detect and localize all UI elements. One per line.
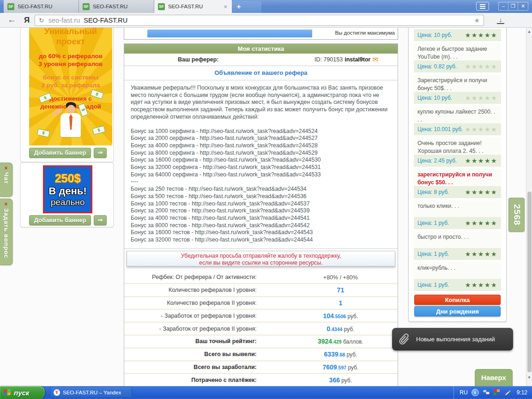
hide-icons-chevron-icon[interactable]: ‹ bbox=[472, 389, 479, 396]
language-indicator[interactable]: RU bbox=[459, 389, 467, 396]
task-title: только клики. . . bbox=[414, 200, 501, 217]
task-price: Цена: 10.001 руб. bbox=[417, 126, 463, 133]
scroll-down-icon[interactable]: ▼ bbox=[527, 375, 531, 380]
referrer-name-link[interactable]: instal9tor bbox=[345, 56, 370, 63]
chat-tab-label: Чат bbox=[3, 172, 10, 184]
banner-250-dollars[interactable]: 250$ В день! реально bbox=[43, 165, 92, 213]
banner-next-icon[interactable]: ⇒ bbox=[94, 148, 107, 158]
banner-line: реально bbox=[51, 197, 85, 207]
close-button[interactable]: ✕ bbox=[518, 2, 528, 10]
bonus-link: Бонус за 32000 серфинга - http://seo-fas… bbox=[131, 164, 391, 171]
announcement-box: Уважаемые рефералы!!! Поскольку в моих к… bbox=[124, 80, 398, 249]
page-scrollbar[interactable]: ▲ ▼ bbox=[526, 28, 532, 386]
rating-stars-icon: ★★★★★ bbox=[465, 188, 497, 196]
announcement-title: Объявление от вашего рефера bbox=[124, 66, 398, 80]
bonus-link: Бонус за 8000 серфинга - http://seo-fast… bbox=[131, 150, 391, 157]
notification-toast[interactable]: Новые выполнения заданий bbox=[392, 328, 513, 351]
birthdays-button[interactable]: Дни рождения bbox=[414, 306, 501, 316]
task-title: Очень простое задание! Хорошая оплата 2.… bbox=[414, 138, 501, 155]
task-item[interactable]: Цена: 10 руб. ★★★★★ bbox=[414, 29, 501, 41]
minimize-button[interactable]: – bbox=[499, 2, 508, 10]
bonus-link: Бонус за 8000 тестов - http://seo-fast.r… bbox=[131, 222, 391, 230]
rating-stars-icon: ★★★★★ bbox=[465, 250, 497, 258]
close-icon[interactable]: × bbox=[4, 202, 7, 206]
task-title: Зарегистрируйся и получи бонус 50$. . . bbox=[414, 75, 501, 92]
browser-menu-icon[interactable] bbox=[476, 2, 489, 11]
bonus-list-divider: ---- bbox=[131, 178, 391, 186]
refresh-icon[interactable]: ↻ bbox=[39, 17, 44, 24]
stat-row: Рефбек: От реферера / От активности: +80… bbox=[124, 271, 398, 284]
task-item-highlighted[interactable]: зарегистрируйся и получи бонус $50. . . … bbox=[414, 169, 501, 198]
add-banner-button[interactable]: Добавить баннер bbox=[29, 215, 91, 225]
task-price: Цена: 1 руб. bbox=[417, 220, 449, 226]
task-item[interactable]: Легкое и быстрое задание YouTube (m). . … bbox=[414, 43, 501, 73]
bonus-link: Бонус за 2000 тестов - http://seo-fast.r… bbox=[131, 207, 391, 215]
online-counter-value: 2568 bbox=[512, 204, 522, 225]
stat-row: Количество рефералов II уровня: 1 bbox=[124, 297, 398, 310]
task-title: Легкое и быстрое задание YouTube (m). . … bbox=[414, 43, 501, 60]
bonus-link: Бонус за 16000 тестов - http://seo-fast.… bbox=[131, 229, 391, 236]
task-item[interactable]: Зарегистрируйся и получи бонус 50$. . . … bbox=[414, 75, 501, 104]
banner-unique-project[interactable]: Уникальный проект до 60% с рефералов 3 у… bbox=[29, 28, 112, 145]
task-item[interactable]: куплю купоны лайкест 2500. . . . Цена: 1… bbox=[414, 106, 501, 135]
task-title: куплю купоны лайкест 2500. . . . bbox=[414, 106, 501, 123]
close-icon[interactable]: × bbox=[4, 166, 7, 170]
network-icon[interactable] bbox=[483, 389, 490, 396]
chat-side-tab[interactable]: × Чат bbox=[0, 163, 12, 197]
scrollbar-thumb[interactable] bbox=[527, 192, 532, 372]
task-item[interactable]: быстро и просто. . . Цена: 1 руб. ★★★★★ bbox=[414, 231, 501, 260]
stat-value-unit: руб. bbox=[345, 351, 357, 358]
restore-button[interactable]: ❐ bbox=[508, 2, 518, 10]
task-item[interactable]: клик=рубль. . . Цена: 1 руб. ★★★★★ bbox=[414, 262, 501, 291]
add-banner-button[interactable]: Добавить баннер bbox=[29, 148, 91, 158]
progress-caption: Вы достигли максимума bbox=[335, 30, 395, 36]
stat-value: 71 bbox=[337, 286, 345, 294]
taskbar-window-button[interactable]: Y SEO-FAST.RU – Yandex bbox=[50, 387, 132, 398]
address-bar[interactable]: ↻ seo-fast.ru SEO-FAST.RU ★ bbox=[35, 15, 484, 26]
tab-seo-fast-1[interactable]: SF SEO-FAST.RU bbox=[4, 0, 79, 13]
bookmark-star-icon[interactable]: ★ bbox=[474, 17, 480, 24]
pen-icon[interactable] bbox=[504, 389, 511, 396]
downloads-icon[interactable]: ↓ bbox=[497, 17, 504, 24]
stat-row: Потрачено с платёжек: 366 руб. bbox=[124, 374, 398, 386]
bonus-link: Бонус за 1000 серфинга - http://seo-fast… bbox=[131, 128, 391, 135]
kopilka-button[interactable]: Копилка bbox=[414, 295, 501, 305]
webpage: Уникальный проект до 60% с рефералов 3 у… bbox=[0, 28, 532, 386]
stat-row: Ваш точный рейтинг: 3924.429 баллов. bbox=[124, 335, 398, 348]
task-item[interactable]: только клики. . . Цена: 1 руб. ★★★★★ bbox=[414, 200, 501, 229]
statistics-table: Рефбек: От реферера / От активности: +80… bbox=[124, 271, 398, 386]
banner-line: В день! bbox=[48, 185, 86, 197]
section-header: Моя статистика bbox=[124, 44, 398, 54]
bonus-link: Бонус за 250 тестов - http://seo-fast.ru… bbox=[131, 186, 391, 193]
online-counter-badge[interactable]: 2568 bbox=[508, 198, 525, 232]
bonus-link: Бонус за 2000 серфинга - http://seo-fast… bbox=[131, 135, 391, 142]
rating-stars-icon: ★★★★★ bbox=[465, 94, 497, 102]
stat-label: - Заработок от рефералов II уровня: bbox=[124, 326, 257, 332]
tab-seo-fast-2[interactable]: SF SEO-FAST.RU bbox=[79, 0, 154, 13]
tab-seo-fast-3-active[interactable]: SF SEO-FAST.RU × bbox=[154, 0, 232, 13]
back-to-top-button[interactable]: Наверх bbox=[475, 369, 513, 386]
window-controls: – ❐ ✕ bbox=[498, 2, 528, 11]
message-envelope-icon[interactable]: ✉ bbox=[372, 55, 378, 64]
scroll-up-icon[interactable]: ▲ bbox=[527, 30, 531, 34]
stat-value-fraction: .429 bbox=[332, 339, 341, 345]
tab-label: SEO-FAST.RU bbox=[168, 4, 219, 9]
new-tab-button[interactable]: + bbox=[232, 1, 261, 13]
task-price: Цена: 8 руб. bbox=[417, 189, 449, 195]
referrer-label: Ваш реферер: bbox=[178, 56, 219, 63]
stat-row: Всего вы вывели: 6339.68 руб. bbox=[124, 348, 398, 361]
referrer-id: ID: 790153 bbox=[314, 56, 343, 63]
stat-value: 3924 bbox=[318, 338, 332, 345]
bonus-link: Бонус за 4000 тестов - http://seo-fast.r… bbox=[131, 215, 391, 222]
banner-next-icon[interactable]: ⇒ bbox=[94, 215, 107, 225]
taskbar: пуск Y SEO-FAST.RU – Yandex RU ‹ 9:12 bbox=[0, 386, 532, 399]
start-button[interactable]: пуск bbox=[0, 386, 45, 399]
yandex-logo[interactable]: Я bbox=[24, 16, 30, 25]
task-item[interactable]: Очень простое задание! Хорошая оплата 2.… bbox=[414, 138, 501, 167]
cube-icon[interactable] bbox=[494, 389, 500, 396]
ask-question-side-tab[interactable]: × Задать вопрос bbox=[0, 199, 12, 265]
left-banner-card-2: 250$ В день! реально Добавить баннер ⇒ bbox=[20, 163, 114, 227]
tab-close-icon[interactable]: × bbox=[223, 3, 228, 10]
task-price: Цена: 1 руб. bbox=[417, 251, 449, 257]
back-icon[interactable]: ← bbox=[7, 15, 16, 25]
